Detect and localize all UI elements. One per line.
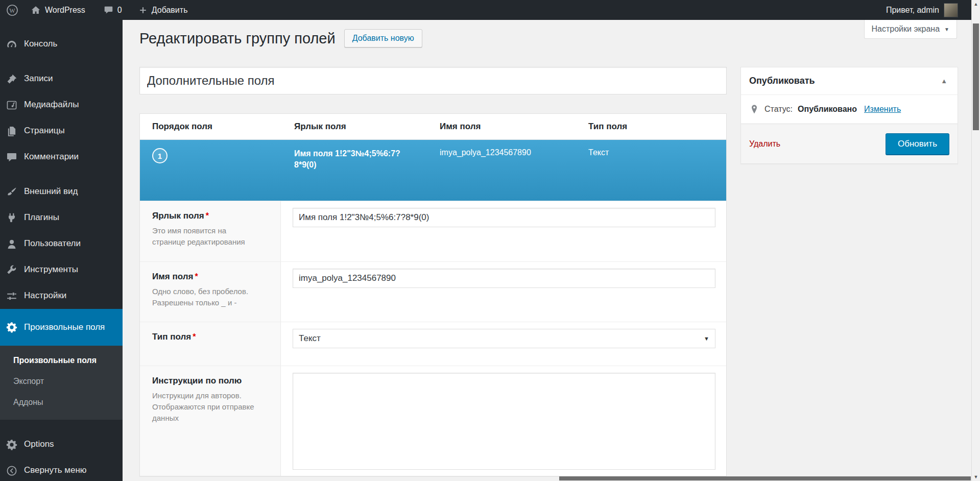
wordpress-logo-icon: W bbox=[6, 4, 18, 16]
fields-table-header: Порядок поля Ярлык поля Имя поля Тип пол… bbox=[140, 114, 726, 140]
edit-status-link[interactable]: Изменить bbox=[864, 105, 901, 114]
field-instructions-textarea[interactable] bbox=[293, 373, 715, 470]
chevron-down-icon: ▼ bbox=[704, 335, 709, 342]
form-label: Инструкции по полю bbox=[152, 376, 242, 386]
delete-link[interactable]: Удалить bbox=[749, 139, 780, 149]
sidebar-item-label: Комментарии bbox=[24, 152, 79, 162]
avatar[interactable] bbox=[944, 3, 958, 17]
required-mark: * bbox=[193, 332, 196, 341]
sidebar-item-pages[interactable]: Страницы bbox=[0, 118, 123, 144]
gear-icon bbox=[6, 322, 17, 333]
form-label-cell: Тип поля* bbox=[140, 322, 281, 366]
submenu-item-label: Произвольные поля bbox=[13, 356, 97, 365]
media-icon bbox=[6, 100, 17, 111]
wp-logo-menu[interactable]: W bbox=[0, 0, 25, 20]
sidebar-item-options[interactable]: Options bbox=[0, 431, 123, 458]
form-label: Ярлык поля bbox=[152, 211, 204, 221]
appearance-icon bbox=[6, 186, 17, 198]
collapse-icon bbox=[6, 465, 17, 476]
fields-box: Порядок поля Ярлык поля Имя поля Тип пол… bbox=[139, 113, 727, 476]
sidebar-item-label: Пользователи bbox=[24, 238, 81, 249]
col-header-order: Порядок поля bbox=[140, 122, 282, 132]
greeting-text: Привет, admin bbox=[886, 6, 939, 15]
scroll-up-arrow-icon[interactable]: ▲ bbox=[972, 2, 980, 7]
sidebar-item-media[interactable]: Медиафайлы bbox=[0, 92, 123, 118]
sidebar-item-comments[interactable]: Комментарии bbox=[0, 144, 123, 170]
form-description: Это имя появится на странице редактирова… bbox=[152, 225, 257, 248]
publish-box-header[interactable]: Опубликовать ▲ bbox=[741, 67, 958, 95]
sidebar: Консоль Записи Медиафайлы Страницы Комме… bbox=[0, 20, 123, 481]
site-link[interactable]: WordPress bbox=[25, 0, 91, 20]
status-value: Опубликовано bbox=[798, 105, 857, 114]
plugins-icon bbox=[6, 212, 17, 224]
field-type-select[interactable]: Текст ▼ bbox=[293, 329, 715, 348]
form-label: Имя поля bbox=[152, 272, 193, 281]
sidebar-item-label: Свернуть меню bbox=[24, 465, 87, 475]
comments-icon bbox=[104, 5, 113, 15]
submenu-item-addons[interactable]: Аддоны bbox=[0, 392, 123, 413]
menu-separator bbox=[0, 420, 123, 431]
pin-icon bbox=[6, 74, 17, 85]
add-new-button[interactable]: Добавить новую bbox=[344, 29, 422, 47]
scroll-down-arrow-icon[interactable]: ▼ bbox=[972, 474, 980, 479]
required-mark: * bbox=[195, 272, 198, 281]
sidebar-item-appearance[interactable]: Внешний вид bbox=[0, 179, 123, 205]
vertical-scrollbar[interactable]: ▲ ▼ bbox=[971, 0, 980, 481]
comments-count: 0 bbox=[117, 6, 122, 15]
sidebar-item-label: Страницы bbox=[24, 126, 65, 136]
site-name: WordPress bbox=[45, 6, 85, 15]
form-description: Инструкции для авторов. Отображаются при… bbox=[152, 390, 257, 423]
sidebar-item-label: Внешний вид bbox=[24, 186, 78, 197]
sidebar-item-label: Плагины bbox=[24, 212, 59, 223]
sidebar-item-posts[interactable]: Записи bbox=[0, 66, 123, 92]
field-row[interactable]: 1 Имя поля 1!2"3№4;5%6:7?8*9(0) imya_pol… bbox=[140, 140, 726, 201]
status-pin-icon bbox=[749, 104, 759, 114]
vertical-scrollbar-thumb[interactable] bbox=[973, 23, 979, 130]
required-mark: * bbox=[206, 211, 209, 220]
horizontal-scrollbar-thumb[interactable] bbox=[559, 476, 971, 480]
menu-separator bbox=[0, 57, 123, 66]
field-label-input[interactable] bbox=[293, 208, 715, 227]
page-title: Редактировать группу полей bbox=[139, 30, 336, 47]
form-row-field-instructions: Инструкции по полю Инструкции для авторо… bbox=[140, 366, 726, 476]
group-title-input[interactable] bbox=[139, 67, 727, 94]
field-name-input[interactable] bbox=[293, 269, 715, 288]
publish-box-footer: Удалить Обновить bbox=[741, 124, 958, 163]
update-button[interactable]: Обновить bbox=[886, 133, 949, 155]
submenu-item-label: Аддоны bbox=[13, 398, 43, 407]
publish-box: Опубликовать ▲ Статус: Опубликовано Изме… bbox=[740, 67, 958, 164]
svg-text:W: W bbox=[9, 7, 15, 14]
users-icon bbox=[6, 238, 17, 250]
sidebar-item-settings[interactable]: Настройки bbox=[0, 283, 123, 309]
comments-shortcut[interactable]: 0 bbox=[98, 0, 128, 20]
submenu-item-export[interactable]: Экспорт bbox=[0, 371, 123, 392]
new-content-menu[interactable]: Добавить bbox=[132, 0, 194, 20]
sidebar-item-dashboard[interactable]: Консоль bbox=[0, 31, 123, 57]
col-header-name: Имя поля bbox=[427, 122, 576, 132]
sidebar-item-users[interactable]: Пользователи bbox=[0, 231, 123, 257]
sidebar-item-label: Настройки bbox=[24, 291, 66, 301]
admin-bar: W WordPress 0 Добавить Привет, admin bbox=[0, 0, 971, 20]
sidebar-item-tools[interactable]: Инструменты bbox=[0, 257, 123, 283]
screen-options-tab[interactable]: Настройки экрана ▼ bbox=[864, 20, 958, 39]
sidebar-item-plugins[interactable]: Плагины bbox=[0, 205, 123, 231]
my-account-link[interactable]: Привет, admin bbox=[886, 0, 939, 20]
submenu-item-custom-fields[interactable]: Произвольные поля bbox=[0, 350, 123, 371]
home-icon bbox=[31, 5, 41, 15]
field-name-cell: imya_polya_1234567890 bbox=[427, 140, 576, 201]
form-label-cell: Ярлык поля* Это имя появится на странице… bbox=[140, 201, 281, 261]
sidebar-item-collapse-menu[interactable]: Свернуть меню bbox=[0, 458, 123, 481]
admin-menu: Консоль Записи Медиафайлы Страницы Комме… bbox=[0, 20, 123, 481]
field-label-cell: Имя поля 1!2"3№4;5%6:7?8*9(0) bbox=[282, 140, 427, 201]
tools-icon bbox=[6, 264, 17, 276]
publish-box-title: Опубликовать bbox=[749, 76, 815, 86]
sidebar-item-label: Options bbox=[24, 439, 54, 449]
settings-icon bbox=[6, 291, 17, 302]
custom-fields-submenu: Произвольные поля Экспорт Аддоны bbox=[0, 346, 123, 420]
form-description: Одно слово, без пробелов. Разрешены толь… bbox=[152, 286, 257, 308]
sidebar-item-custom-fields[interactable]: Произвольные поля bbox=[0, 309, 123, 346]
collapse-toggle-icon[interactable]: ▲ bbox=[939, 75, 949, 87]
plus-icon bbox=[138, 6, 148, 15]
gear-icon bbox=[6, 439, 17, 450]
field-order-badge[interactable]: 1 bbox=[152, 148, 168, 163]
